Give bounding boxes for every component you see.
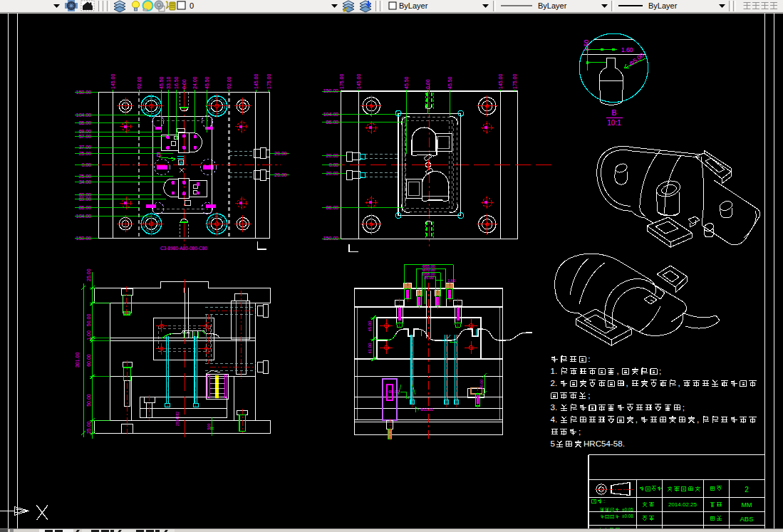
- svg-text:41.00: 41.00: [368, 343, 372, 354]
- svg-text:24.00: 24.00: [192, 76, 197, 89]
- svg-text:20.00: 20.00: [274, 151, 287, 156]
- svg-text:20.00: 20.00: [274, 172, 287, 177]
- svg-text:2.: 2.: [551, 378, 558, 387]
- svg-text:,: ,: [678, 378, 680, 387]
- svg-text:33.10: 33.10: [166, 76, 171, 89]
- svg-text:,: ,: [626, 378, 628, 387]
- svg-text:;: ;: [579, 427, 581, 436]
- svg-text:145.00: 145.00: [254, 73, 259, 89]
- svg-text:3.: 3.: [551, 402, 558, 412]
- svg-text:45.50: 45.50: [159, 76, 164, 89]
- svg-text:0.00: 0.00: [425, 79, 430, 89]
- svg-text:B: B: [611, 108, 616, 117]
- svg-text:;: ;: [683, 402, 685, 412]
- svg-text:45.50: 45.50: [447, 76, 452, 89]
- svg-text:0.00: 0.00: [182, 79, 187, 89]
- svg-text:301.00: 301.00: [75, 353, 80, 368]
- svg-text:,: ,: [636, 414, 638, 424]
- svg-text:;: ;: [659, 366, 661, 375]
- svg-text:175.00: 175.00: [512, 73, 517, 89]
- svg-text:10:1: 10:1: [607, 119, 621, 127]
- svg-text:±0.08: ±0.08: [622, 513, 633, 518]
- svg-text:1.: 1.: [551, 366, 558, 375]
- svg-text:;: ;: [588, 390, 590, 400]
- svg-text:25.00: 25.00: [86, 268, 91, 281]
- svg-text:2014.02.25: 2014.02.25: [668, 501, 698, 508]
- svg-text:50.00: 50.00: [86, 394, 91, 407]
- svg-text:20.00: 20.00: [479, 380, 484, 390]
- svg-text:5: 5: [551, 439, 555, 448]
- svg-text:35.00: 35.00: [424, 276, 434, 280]
- svg-text:4.: 4.: [551, 414, 558, 424]
- svg-text:500: 500: [207, 423, 211, 429]
- svg-text:92.00: 92.00: [137, 76, 142, 89]
- svg-text::: :: [603, 498, 605, 504]
- svg-text:16.50: 16.50: [174, 76, 179, 89]
- svg-text:C3-8980-A80-080-C80: C3-8980-A80-080-C80: [160, 246, 207, 251]
- svg-text:HRC54-58.: HRC54-58.: [584, 439, 625, 448]
- svg-text:45.50: 45.50: [404, 76, 409, 89]
- svg-text:145.00: 145.00: [110, 73, 115, 89]
- svg-text:175.00: 175.00: [266, 73, 271, 89]
- svg-text:,: ,: [616, 366, 618, 375]
- svg-text:175.00: 175.00: [339, 73, 344, 89]
- svg-text:45.50: 45.50: [204, 76, 209, 89]
- svg-text:±0.05: ±0.05: [622, 507, 633, 512]
- svg-text:50.00: 50.00: [86, 314, 91, 327]
- svg-text:92.00: 92.00: [227, 76, 232, 89]
- svg-text:60.00: 60.00: [86, 354, 91, 367]
- svg-text:25.00: 25.00: [86, 421, 91, 434]
- svg-text:MM: MM: [742, 501, 752, 508]
- svg-text:2: 2: [745, 486, 749, 494]
- svg-text:,: ,: [697, 414, 699, 424]
- svg-text:Φ10.00: Φ10.00: [420, 407, 433, 412]
- svg-text:45.00: 45.00: [368, 320, 372, 332]
- svg-text:ABS: ABS: [740, 515, 753, 523]
- svg-text:1.60: 1.60: [447, 278, 455, 283]
- svg-text:1.50: 1.50: [583, 39, 590, 51]
- svg-text:1.00: 1.00: [86, 330, 91, 340]
- svg-text:145.00: 145.00: [498, 73, 503, 89]
- svg-text:2B14082: 2B14082: [175, 412, 180, 426]
- svg-text:1.60: 1.60: [621, 46, 633, 53]
- svg-text::: :: [588, 354, 590, 363]
- svg-text:145.00: 145.00: [356, 73, 361, 89]
